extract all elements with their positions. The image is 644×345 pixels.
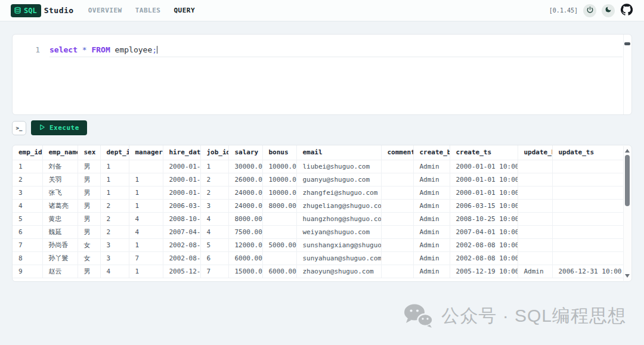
column-header-email[interactable]: email <box>296 145 381 160</box>
column-header-manager[interactable]: manager <box>129 145 163 160</box>
table-cell: Admin <box>413 212 450 225</box>
table-cell: 2000-01-01 <box>163 173 200 186</box>
column-header-dept_id[interactable]: dept_id <box>100 145 129 160</box>
table-cell: 4 <box>200 225 228 238</box>
table-row[interactable]: 1刘备男12000-01-01130000.0010000.00liubei@s… <box>13 160 623 173</box>
query-toolbar: >_ Execute <box>12 120 632 135</box>
table-cell: 孙丫鬟 <box>42 251 78 265</box>
nav-item-tables[interactable]: TABLES <box>135 7 161 14</box>
scroll-up-arrow[interactable] <box>624 147 631 154</box>
terminal-prompt-icon[interactable]: >_ <box>12 121 26 135</box>
github-icon <box>621 4 633 18</box>
table-header-row: emp_idemp_namesexdept_idmanagerhire_date… <box>13 145 623 160</box>
nav-item-query[interactable]: QUERY <box>174 7 195 14</box>
table-row[interactable]: 8孙丫鬟女372002-08-0866000.00sunyahuan@shugu… <box>13 251 623 265</box>
nav-item-overview[interactable]: OVERVIEW <box>88 7 122 14</box>
table-cell: 张飞 <box>42 186 78 199</box>
table-cell: 1 <box>129 238 163 251</box>
code-token: * <box>82 45 87 54</box>
table-cell <box>552 173 623 186</box>
code-token: ; <box>152 45 157 54</box>
table-cell: 2000-01-01 10:00:00 <box>450 160 518 173</box>
table-cell: 2000-01-01 <box>163 160 200 173</box>
table-row[interactable]: 3张飞男112000-01-01224000.0010000.00zhangfe… <box>13 186 623 199</box>
theme-toggle-button[interactable] <box>602 4 615 17</box>
column-header-update_by[interactable]: update_by <box>518 145 552 160</box>
table-cell: 2 <box>200 173 228 186</box>
watermark: 公众号 · SQL编程思想 <box>403 303 626 328</box>
table-cell: 2002-08-08 <box>163 238 200 251</box>
table-cell: 6000.00 <box>262 265 296 278</box>
app-logo[interactable]: SQL <box>11 4 41 17</box>
table-cell: 1 <box>129 199 163 212</box>
code-line: 1 select * FROM employee; <box>13 35 631 57</box>
column-header-bonus[interactable]: bonus <box>262 145 296 160</box>
table-cell: 12000.00 <box>228 238 262 251</box>
column-header-create_ts[interactable]: create_ts <box>450 145 518 160</box>
wechat-icon <box>403 303 434 328</box>
column-header-hire_date[interactable]: hire_date <box>163 145 200 160</box>
table-cell: weiyan@shuguo.com <box>296 225 381 238</box>
execute-button[interactable]: Execute <box>31 120 87 135</box>
editor-scrollbar-thumb[interactable] <box>624 42 630 45</box>
table-row[interactable]: 9赵云男412005-12-19715000.006000.00zhaoyun@… <box>13 265 623 278</box>
table-cell: 5 <box>13 212 42 225</box>
editor-scrollbar[interactable] <box>623 35 631 114</box>
table-cell <box>518 225 552 238</box>
column-header-update_ts[interactable]: update_ts <box>552 145 623 160</box>
table-cell <box>381 160 413 173</box>
line-number: 1 <box>13 45 49 57</box>
column-header-emp_name[interactable]: emp_name <box>42 145 78 160</box>
code-line-content[interactable]: select * FROM employee; <box>49 45 623 57</box>
table-row[interactable]: 4诸葛亮男212006-03-15324000.008000.00zhugeli… <box>13 199 623 212</box>
table-cell: 2008-10-25 <box>163 212 200 225</box>
table-cell: 2002-08-08 10:00:00 <box>450 238 518 251</box>
table-cell: 2 <box>100 225 129 238</box>
table-cell: 1 <box>100 186 129 199</box>
scroll-down-arrow[interactable] <box>624 272 631 279</box>
column-header-job_id[interactable]: job_id <box>200 145 228 160</box>
column-header-comments[interactable]: comments <box>381 145 413 160</box>
table-cell: 男 <box>78 199 100 212</box>
column-header-create_by[interactable]: create_by <box>413 145 450 160</box>
table-cell: 2002-08-08 <box>163 251 200 265</box>
sql-editor[interactable]: 1 select * FROM employee; <box>12 34 632 115</box>
table-cell: sunshangxiang@shuguo.com <box>296 238 381 251</box>
table-scrollbar[interactable] <box>623 146 631 281</box>
column-header-sex[interactable]: sex <box>78 145 100 160</box>
table-cell: 8 <box>13 251 42 265</box>
table-cell <box>381 199 413 212</box>
table-cell: 8000.00 <box>228 212 262 225</box>
table-cell: 男 <box>78 160 100 173</box>
github-link[interactable] <box>620 4 633 17</box>
power-icon <box>586 6 594 15</box>
table-cell <box>518 199 552 212</box>
table-cell <box>518 251 552 265</box>
results-table-wrap: emp_idemp_namesexdept_idmanagerhire_date… <box>13 145 623 281</box>
table-row[interactable]: 5黄忠男242008-10-2548000.00huangzhong@shugu… <box>13 212 623 225</box>
table-cell: 3 <box>200 199 228 212</box>
table-cell <box>518 212 552 225</box>
table-cell: 1 <box>129 265 163 278</box>
table-cell <box>262 225 296 238</box>
nav-items: OVERVIEWTABLESQUERY <box>88 7 195 14</box>
table-cell: 男 <box>78 212 100 225</box>
navbar-right: [0.1.45] <box>549 4 633 17</box>
table-cell <box>518 160 552 173</box>
watermark-text: 公众号 · SQL编程思想 <box>441 304 626 328</box>
table-row[interactable]: 7孙尚香女312002-08-08512000.005000.00sunshan… <box>13 238 623 251</box>
column-header-emp_id[interactable]: emp_id <box>13 145 42 160</box>
table-cell: 男 <box>78 186 100 199</box>
table-cell: 2006-03-15 10:00:00 <box>450 199 518 212</box>
shutdown-button[interactable] <box>583 4 596 17</box>
table-row[interactable]: 2关羽男112000-01-01226000.0010000.00guanyu@… <box>13 173 623 186</box>
table-cell: 7 <box>13 238 42 251</box>
table-cell: 6 <box>200 251 228 265</box>
table-scrollbar-thumb[interactable] <box>625 155 630 206</box>
column-header-salary[interactable]: salary <box>228 145 262 160</box>
table-cell: 15000.00 <box>228 265 262 278</box>
table-cell: 9 <box>13 265 42 278</box>
code-token: select <box>49 45 78 54</box>
table-row[interactable]: 6魏延男242007-04-0147500.00weiyan@shuguo.co… <box>13 225 623 238</box>
table-cell <box>381 225 413 238</box>
